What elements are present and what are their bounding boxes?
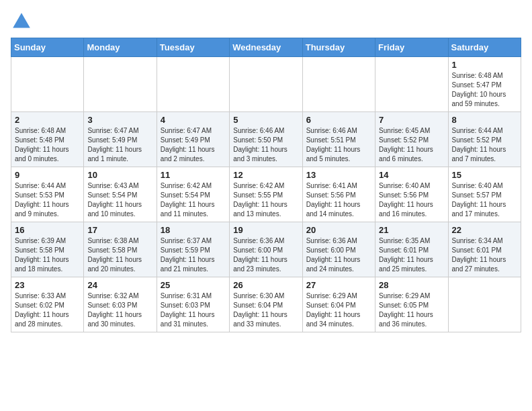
calendar-cell: 10Sunrise: 6:43 AM Sunset: 5:54 PM Dayli… <box>84 167 157 222</box>
calendar-cell <box>157 57 229 112</box>
day-info: Sunrise: 6:40 AM Sunset: 5:56 PM Dayligh… <box>379 181 444 219</box>
day-info: Sunrise: 6:41 AM Sunset: 5:56 PM Dayligh… <box>306 181 371 219</box>
day-info: Sunrise: 6:43 AM Sunset: 5:54 PM Dayligh… <box>87 181 152 219</box>
day-number: 13 <box>306 170 371 180</box>
day-info: Sunrise: 6:36 AM Sunset: 6:00 PM Dayligh… <box>306 236 371 274</box>
calendar-cell: 21Sunrise: 6:35 AM Sunset: 6:01 PM Dayli… <box>375 222 448 277</box>
calendar: SundayMondayTuesdayWednesdayThursdayFrid… <box>11 38 521 332</box>
day-number: 11 <box>161 170 226 180</box>
day-number: 16 <box>15 225 80 235</box>
day-number: 14 <box>379 170 444 180</box>
calendar-cell <box>84 57 157 112</box>
calendar-cell: 19Sunrise: 6:36 AM Sunset: 6:00 PM Dayli… <box>230 222 302 277</box>
weekday-header: Saturday <box>448 38 521 57</box>
weekday-header: Sunday <box>11 38 84 57</box>
day-number: 17 <box>87 225 152 235</box>
day-number: 2 <box>15 115 80 125</box>
day-info: Sunrise: 6:46 AM Sunset: 5:50 PM Dayligh… <box>233 126 298 164</box>
day-info: Sunrise: 6:42 AM Sunset: 5:55 PM Dayligh… <box>233 181 298 219</box>
calendar-week-row: 16Sunrise: 6:39 AM Sunset: 5:58 PM Dayli… <box>11 222 521 277</box>
day-number: 18 <box>161 225 226 235</box>
day-info: Sunrise: 6:42 AM Sunset: 5:54 PM Dayligh… <box>161 181 226 219</box>
calendar-week-row: 2Sunrise: 6:48 AM Sunset: 5:48 PM Daylig… <box>11 112 521 167</box>
calendar-cell: 15Sunrise: 6:40 AM Sunset: 5:57 PM Dayli… <box>448 167 521 222</box>
calendar-cell: 24Sunrise: 6:32 AM Sunset: 6:03 PM Dayli… <box>84 277 157 332</box>
calendar-week-row: 9Sunrise: 6:44 AM Sunset: 5:53 PM Daylig… <box>11 167 521 222</box>
calendar-cell: 28Sunrise: 6:29 AM Sunset: 6:05 PM Dayli… <box>375 277 448 332</box>
day-number: 3 <box>87 115 152 125</box>
calendar-week-row: 1Sunrise: 6:48 AM Sunset: 5:47 PM Daylig… <box>11 57 521 112</box>
calendar-cell: 20Sunrise: 6:36 AM Sunset: 6:00 PM Dayli… <box>302 222 375 277</box>
day-number: 9 <box>15 170 80 180</box>
calendar-cell <box>448 277 521 332</box>
calendar-cell: 26Sunrise: 6:30 AM Sunset: 6:04 PM Dayli… <box>230 277 302 332</box>
day-number: 26 <box>233 280 298 290</box>
day-number: 22 <box>452 225 517 235</box>
day-info: Sunrise: 6:29 AM Sunset: 6:04 PM Dayligh… <box>306 291 371 329</box>
weekday-header: Friday <box>375 38 448 57</box>
day-info: Sunrise: 6:46 AM Sunset: 5:51 PM Dayligh… <box>306 126 371 164</box>
weekday-header: Thursday <box>302 38 375 57</box>
calendar-cell: 3Sunrise: 6:47 AM Sunset: 5:49 PM Daylig… <box>84 112 157 167</box>
day-info: Sunrise: 6:48 AM Sunset: 5:47 PM Dayligh… <box>452 71 517 109</box>
calendar-week-row: 23Sunrise: 6:33 AM Sunset: 6:02 PM Dayli… <box>11 277 521 332</box>
day-info: Sunrise: 6:29 AM Sunset: 6:05 PM Dayligh… <box>379 291 444 329</box>
day-number: 28 <box>379 280 444 290</box>
calendar-cell: 16Sunrise: 6:39 AM Sunset: 5:58 PM Dayli… <box>11 222 84 277</box>
day-number: 23 <box>15 280 80 290</box>
calendar-cell <box>302 57 375 112</box>
day-number: 10 <box>87 170 152 180</box>
day-info: Sunrise: 6:44 AM Sunset: 5:52 PM Dayligh… <box>452 126 517 164</box>
day-info: Sunrise: 6:35 AM Sunset: 6:01 PM Dayligh… <box>379 236 444 274</box>
calendar-cell <box>11 57 84 112</box>
weekday-header: Wednesday <box>230 38 302 57</box>
day-info: Sunrise: 6:32 AM Sunset: 6:03 PM Dayligh… <box>87 291 152 329</box>
day-number: 24 <box>87 280 152 290</box>
calendar-cell: 6Sunrise: 6:46 AM Sunset: 5:51 PM Daylig… <box>302 112 375 167</box>
calendar-cell: 7Sunrise: 6:45 AM Sunset: 5:52 PM Daylig… <box>375 112 448 167</box>
day-info: Sunrise: 6:34 AM Sunset: 6:01 PM Dayligh… <box>452 236 517 274</box>
calendar-cell: 14Sunrise: 6:40 AM Sunset: 5:56 PM Dayli… <box>375 167 448 222</box>
weekday-header: Tuesday <box>157 38 229 57</box>
weekday-header: Monday <box>84 38 157 57</box>
day-info: Sunrise: 6:38 AM Sunset: 5:58 PM Dayligh… <box>87 236 152 274</box>
header <box>11 11 521 32</box>
day-info: Sunrise: 6:39 AM Sunset: 5:58 PM Dayligh… <box>15 236 80 274</box>
day-number: 5 <box>233 115 298 125</box>
calendar-cell: 9Sunrise: 6:44 AM Sunset: 5:53 PM Daylig… <box>11 167 84 222</box>
calendar-cell: 17Sunrise: 6:38 AM Sunset: 5:58 PM Dayli… <box>84 222 157 277</box>
calendar-cell: 4Sunrise: 6:47 AM Sunset: 5:49 PM Daylig… <box>157 112 229 167</box>
calendar-cell: 25Sunrise: 6:31 AM Sunset: 6:03 PM Dayli… <box>157 277 229 332</box>
day-info: Sunrise: 6:40 AM Sunset: 5:57 PM Dayligh… <box>452 181 517 219</box>
calendar-cell: 8Sunrise: 6:44 AM Sunset: 5:52 PM Daylig… <box>448 112 521 167</box>
calendar-cell: 18Sunrise: 6:37 AM Sunset: 5:59 PM Dayli… <box>157 222 229 277</box>
logo-icon <box>11 11 32 32</box>
day-number: 8 <box>452 115 517 125</box>
calendar-cell: 23Sunrise: 6:33 AM Sunset: 6:02 PM Dayli… <box>11 277 84 332</box>
day-number: 12 <box>233 170 298 180</box>
day-number: 1 <box>452 60 517 70</box>
day-info: Sunrise: 6:48 AM Sunset: 5:48 PM Dayligh… <box>15 126 80 164</box>
day-number: 6 <box>306 115 371 125</box>
calendar-cell: 12Sunrise: 6:42 AM Sunset: 5:55 PM Dayli… <box>230 167 302 222</box>
day-info: Sunrise: 6:33 AM Sunset: 6:02 PM Dayligh… <box>15 291 80 329</box>
logo <box>11 11 35 32</box>
day-info: Sunrise: 6:37 AM Sunset: 5:59 PM Dayligh… <box>161 236 226 274</box>
calendar-cell: 11Sunrise: 6:42 AM Sunset: 5:54 PM Dayli… <box>157 167 229 222</box>
day-number: 25 <box>161 280 226 290</box>
calendar-cell: 1Sunrise: 6:48 AM Sunset: 5:47 PM Daylig… <box>448 57 521 112</box>
day-number: 19 <box>233 225 298 235</box>
day-number: 15 <box>452 170 517 180</box>
calendar-header-row: SundayMondayTuesdayWednesdayThursdayFrid… <box>11 38 521 57</box>
day-info: Sunrise: 6:44 AM Sunset: 5:53 PM Dayligh… <box>15 181 80 219</box>
calendar-cell <box>230 57 302 112</box>
calendar-cell: 22Sunrise: 6:34 AM Sunset: 6:01 PM Dayli… <box>448 222 521 277</box>
day-info: Sunrise: 6:36 AM Sunset: 6:00 PM Dayligh… <box>233 236 298 274</box>
calendar-cell: 13Sunrise: 6:41 AM Sunset: 5:56 PM Dayli… <box>302 167 375 222</box>
day-info: Sunrise: 6:31 AM Sunset: 6:03 PM Dayligh… <box>161 291 226 329</box>
day-number: 4 <box>161 115 226 125</box>
day-info: Sunrise: 6:47 AM Sunset: 5:49 PM Dayligh… <box>161 126 226 164</box>
calendar-cell: 2Sunrise: 6:48 AM Sunset: 5:48 PM Daylig… <box>11 112 84 167</box>
calendar-cell <box>375 57 448 112</box>
day-number: 21 <box>379 225 444 235</box>
